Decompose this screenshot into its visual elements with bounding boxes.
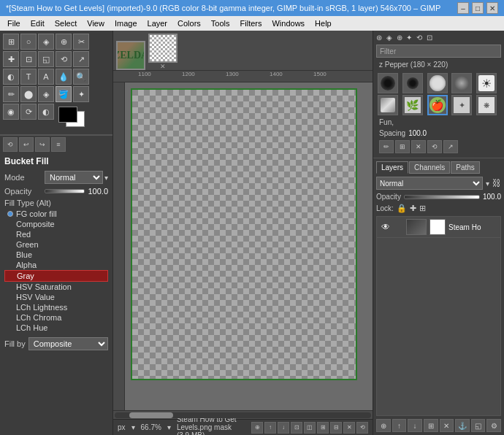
brush-item-7[interactable]: 🌿	[402, 95, 423, 115]
brush-icon-5[interactable]: ⟲	[416, 34, 422, 42]
tool-rect-select[interactable]: ⊞	[3, 34, 19, 50]
lock-grid-icon[interactable]: ⊞	[419, 204, 426, 213]
status-icon-8[interactable]: ✕	[343, 422, 355, 434]
layer-eye-icon[interactable]: 👁	[380, 221, 392, 233]
status-zoom-dropdown[interactable]: ▾	[167, 423, 171, 431]
fill-option-hsvsaturation[interactable]: HSV Saturation	[4, 282, 108, 292]
menu-image[interactable]: Image	[110, 18, 142, 29]
minimize-button[interactable]: –	[457, 2, 469, 14]
layer-delete-button[interactable]: ✕	[440, 419, 454, 432]
brush-item-5[interactable]: ☀	[476, 73, 497, 93]
tool-paths[interactable]: A	[38, 69, 54, 85]
menu-windows[interactable]: Windows	[267, 18, 309, 29]
fill-option-lchhue[interactable]: LCh Hue	[4, 323, 108, 333]
status-icon-2[interactable]: ↑	[264, 422, 276, 434]
fill-option-composite[interactable]: Composite	[4, 219, 108, 229]
status-unit-dropdown[interactable]: ▾	[131, 423, 135, 431]
tool-paintbrush[interactable]: ⬤	[20, 86, 37, 102]
scrollbar-thumb[interactable]	[129, 412, 173, 418]
tool-clone[interactable]: ◉	[3, 104, 19, 120]
menu-layer[interactable]: Layer	[143, 18, 172, 29]
tool-pencil[interactable]: ✏	[3, 86, 19, 102]
layer-duplicate-button[interactable]: ⊞	[424, 419, 438, 432]
tool-ellipse-select[interactable]: ○	[20, 34, 37, 50]
fill-by-dropdown[interactable]: Composite	[28, 337, 108, 350]
mode-dropdown[interactable]: Normal	[45, 171, 103, 184]
menu-file[interactable]: File	[3, 18, 25, 29]
reset-icon[interactable]: ⟲	[3, 137, 18, 152]
brush-item-10[interactable]: ❋	[476, 95, 497, 115]
tool-move[interactable]: ✚	[3, 51, 19, 67]
redo-icon[interactable]: ↪	[35, 137, 50, 152]
image-tab-steam[interactable]: ✕	[148, 34, 177, 70]
tool-zoom[interactable]: 🔍	[73, 69, 89, 85]
fill-option-lchlightness[interactable]: LCh Lightness	[4, 302, 108, 312]
status-icon-6[interactable]: ⊞	[317, 422, 329, 434]
tool-bucket-fill[interactable]: 🪣	[56, 86, 72, 102]
status-icon-4[interactable]: ⊡	[291, 422, 302, 434]
layer-merge-button[interactable]: ◱	[471, 419, 486, 432]
layer-anchor-button[interactable]: ⚓	[455, 419, 470, 432]
tool-heal[interactable]: ✦	[73, 86, 89, 102]
brush-item-9[interactable]: ✦	[451, 95, 472, 115]
status-icon-9[interactable]: ⟲	[356, 422, 368, 434]
fill-option-blue[interactable]: Blue	[4, 250, 108, 260]
brush-icon-2[interactable]: ◈	[386, 34, 392, 42]
layer-opacity-slider[interactable]	[404, 195, 480, 199]
undo-icon[interactable]: ↩	[19, 137, 34, 152]
status-icon-5[interactable]: ◫	[304, 422, 316, 434]
fill-option-green[interactable]: Green	[4, 239, 108, 250]
status-icon-3[interactable]: ↓	[278, 422, 289, 434]
brush-delete-icon[interactable]: ✕	[411, 140, 426, 153]
fill-option-red[interactable]: Red	[4, 229, 108, 239]
tool-free-select[interactable]: ◈	[38, 34, 54, 50]
tool-color-picker[interactable]: 💧	[56, 69, 72, 85]
layer-item-steam[interactable]: 👁 Steam Ho	[377, 217, 500, 238]
opacity-slider[interactable]	[45, 189, 85, 193]
brush-refresh-icon[interactable]: ⟲	[427, 140, 442, 153]
fill-option-hsvvalue[interactable]: HSV Value	[4, 292, 108, 302]
tool-dodge[interactable]: ◐	[38, 104, 54, 120]
tool-text[interactable]: T	[20, 69, 37, 85]
canvas-content[interactable]	[125, 82, 373, 410]
brush-icon-3[interactable]: ⊕	[397, 34, 402, 42]
lock-cross-icon[interactable]: ✚	[410, 204, 416, 213]
tab-layers[interactable]: Layers	[376, 161, 408, 174]
brush-icon-6[interactable]: ⊡	[427, 34, 432, 42]
menu-select[interactable]: Select	[50, 18, 82, 29]
layer-down-button[interactable]: ↓	[408, 419, 422, 432]
fill-option-fg[interactable]: FG color fill	[4, 209, 108, 219]
layer-chain-icon[interactable]: ⛓	[492, 178, 501, 188]
fill-option-alpha[interactable]: Alpha	[4, 260, 108, 270]
tool-scale[interactable]: ↗	[73, 51, 89, 67]
fg-color[interactable]	[58, 107, 77, 123]
tool-flip[interactable]: ◐	[3, 69, 19, 85]
brush-icon-1[interactable]: ⊛	[376, 34, 382, 42]
close-button[interactable]: ✕	[486, 2, 498, 14]
brush-item-1[interactable]	[378, 73, 398, 93]
fill-option-gray[interactable]: Gray	[4, 270, 108, 282]
status-icon-1[interactable]: ⊕	[251, 422, 263, 434]
maximize-button[interactable]: □	[472, 2, 484, 14]
tool-rotate[interactable]: ⟲	[56, 51, 72, 67]
layer-new-button[interactable]: ⊕	[376, 419, 391, 432]
brush-item-3[interactable]	[427, 73, 448, 93]
brush-edit-icon[interactable]: ✏	[379, 140, 394, 153]
tool-fuzzy-select[interactable]: ⊕	[56, 34, 72, 50]
scrollbar-horizontal[interactable]	[113, 410, 373, 419]
canvas-image[interactable]	[131, 88, 357, 380]
brush-icon-4[interactable]: ✦	[406, 34, 412, 42]
tool-align[interactable]: ⊡	[20, 51, 37, 67]
brush-item-4[interactable]	[451, 73, 472, 93]
tool-scissors[interactable]: ✂	[73, 34, 89, 50]
layer-mode-dropdown[interactable]: Normal	[376, 177, 483, 190]
menu-edit[interactable]: Edit	[26, 18, 49, 29]
menu-colors[interactable]: Colors	[173, 18, 205, 29]
tab-channels[interactable]: Channels	[409, 161, 450, 174]
tab-paths[interactable]: Paths	[451, 161, 480, 174]
menu-filters[interactable]: Filters	[236, 18, 267, 29]
tab-close-icon[interactable]: ✕	[160, 63, 166, 70]
brush-item-8[interactable]: 🍎	[427, 95, 448, 115]
image-tab-zelda[interactable]: ZELDA	[116, 41, 145, 70]
menu-tools[interactable]: Tools	[207, 18, 234, 29]
